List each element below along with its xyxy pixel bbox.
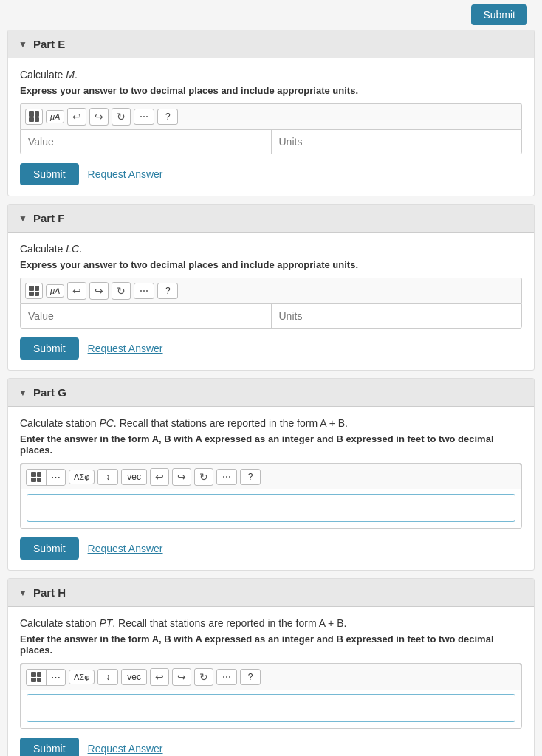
part-e-mu-btn[interactable]: μA: [46, 110, 64, 123]
part-g-section: ▼ Part G Calculate station PC. Recall th…: [7, 378, 535, 571]
part-g-sigma-btn[interactable]: ΑΣφ: [69, 470, 95, 484]
part-g-matrix-btn[interactable]: [27, 470, 47, 485]
part-e-submit-btn[interactable]: Submit: [20, 163, 79, 185]
part-g-vec-btn[interactable]: vec: [121, 469, 147, 485]
part-f-units-input[interactable]: [272, 304, 522, 328]
part-e-toolbar: μA ↩ ↪ ↻ ⋯ ?: [20, 103, 522, 129]
part-f-calc-label: Calculate LC.: [20, 243, 522, 255]
part-e-value-input[interactable]: [21, 130, 272, 154]
part-h-body: Calculate station PT. Recall that statio…: [8, 607, 534, 756]
part-g-title: Part G: [33, 386, 66, 399]
part-f-grid-btn[interactable]: [25, 283, 43, 299]
part-g-redo-btn[interactable]: ↪: [172, 468, 191, 486]
part-h-section: ▼ Part H Calculate station PT. Recall th…: [7, 578, 535, 756]
part-f-help-btn[interactable]: ?: [157, 283, 178, 299]
part-f-instruction: Express your answer to two decimal place…: [20, 259, 522, 270]
part-h-fraction-btn[interactable]: ⋯: [47, 670, 65, 685]
part-e-title: Part E: [33, 38, 65, 50]
part-g-input-wrapper: [21, 489, 521, 528]
part-g-undo-btn[interactable]: ↩: [150, 468, 169, 486]
part-h-request-link[interactable]: Request Answer: [88, 743, 163, 755]
part-h-redo-btn[interactable]: ↪: [172, 668, 191, 686]
part-g-collapse-arrow[interactable]: ▼: [18, 388, 27, 398]
part-h-input-area: ⋯ ΑΣφ ↕ vec ↩ ↪ ↻ ⋯ ?: [20, 663, 522, 729]
part-h-calc-label: Calculate station PT. Recall that statio…: [20, 617, 522, 629]
part-h-instruction: Enter the answer in the form A, B with A…: [20, 633, 522, 656]
part-f-mu-btn[interactable]: μA: [46, 284, 64, 298]
part-f-undo-btn[interactable]: ↩: [67, 282, 86, 300]
part-h-updown-btn[interactable]: ↕: [97, 669, 118, 685]
part-g-matrix-group: ⋯: [26, 469, 66, 486]
part-f-refresh-btn[interactable]: ↻: [112, 282, 131, 300]
part-f-redo-btn[interactable]: ↪: [89, 282, 109, 300]
part-f-collapse-arrow[interactable]: ▼: [18, 213, 27, 224]
part-h-refresh-btn[interactable]: ↻: [194, 668, 213, 686]
part-h-toolbar: ⋯ ΑΣφ ↕ vec ↩ ↪ ↻ ⋯ ?: [21, 664, 521, 690]
part-e-request-link[interactable]: Request Answer: [88, 168, 163, 180]
part-g-request-link[interactable]: Request Answer: [88, 543, 163, 554]
part-h-submit-btn[interactable]: Submit: [20, 738, 79, 756]
part-e-units-input[interactable]: [272, 130, 522, 154]
part-h-sigma-btn[interactable]: ΑΣφ: [69, 670, 95, 684]
part-g-action-row: Submit Request Answer: [20, 537, 522, 560]
part-h-action-row: Submit Request Answer: [20, 738, 522, 756]
part-f-keyboard-btn[interactable]: ⋯: [134, 283, 154, 299]
part-g-body: Calculate station PC. Recall that statio…: [8, 407, 534, 570]
part-e-help-btn[interactable]: ?: [157, 109, 178, 125]
grid-icon: [29, 111, 39, 122]
part-g-calc-label: Calculate station PC. Recall that statio…: [20, 417, 522, 429]
part-e-refresh-btn[interactable]: ↻: [112, 108, 131, 126]
grid-icon-h: [31, 672, 41, 682]
part-h-header: ▼ Part H: [8, 579, 534, 607]
part-f-header: ▼ Part F: [8, 205, 534, 233]
part-g-keyboard-btn[interactable]: ⋯: [216, 469, 237, 485]
part-h-matrix-btn[interactable]: [27, 670, 47, 685]
part-g-var: PC: [99, 417, 113, 429]
part-f-toolbar: μA ↩ ↪ ↻ ⋯ ?: [20, 278, 522, 303]
part-g-answer-input[interactable]: [27, 494, 515, 522]
part-g-refresh-btn[interactable]: ↻: [194, 468, 213, 486]
part-f-var: LC: [66, 243, 79, 255]
part-g-submit-btn[interactable]: Submit: [20, 537, 79, 560]
part-e-header: ▼ Part E: [8, 30, 534, 58]
page-wrapper: Submit ▼ Part E Calculate M. Express you…: [0, 0, 542, 756]
part-g-toolbar: ⋯ ΑΣφ ↕ vec ↩ ↪ ↻ ⋯ ?: [21, 464, 521, 489]
part-f-title: Part F: [33, 212, 65, 224]
part-f-action-row: Submit Request Answer: [20, 337, 522, 360]
part-g-updown-btn[interactable]: ↕: [97, 469, 118, 485]
part-e-keyboard-btn[interactable]: ⋯: [134, 109, 154, 125]
part-f-submit-btn[interactable]: Submit: [20, 337, 79, 360]
part-g-help-btn[interactable]: ?: [240, 469, 261, 485]
part-f-body: Calculate LC. Express your answer to two…: [8, 233, 534, 370]
part-f-request-link[interactable]: Request Answer: [88, 343, 163, 354]
part-h-vec-btn[interactable]: vec: [121, 669, 147, 685]
part-e-redo-btn[interactable]: ↪: [89, 108, 109, 126]
grid-icon-g: [31, 472, 41, 482]
part-e-input-row: [20, 129, 522, 154]
submit-top-button[interactable]: Submit: [471, 4, 527, 25]
part-g-fraction-btn[interactable]: ⋯: [47, 470, 65, 485]
part-h-matrix-group: ⋯: [26, 669, 66, 686]
part-e-undo-btn[interactable]: ↩: [67, 108, 86, 126]
part-f-input-row: [20, 303, 522, 329]
part-h-var: PT: [99, 617, 112, 629]
part-e-section: ▼ Part E Calculate M. Express your answe…: [7, 30, 535, 196]
part-e-grid-btn[interactable]: [25, 109, 43, 125]
part-h-keyboard-btn[interactable]: ⋯: [216, 669, 237, 685]
part-h-title: Part H: [33, 586, 66, 599]
part-e-calc-label: Calculate M.: [20, 69, 522, 80]
part-g-header: ▼ Part G: [8, 379, 534, 407]
part-h-collapse-arrow[interactable]: ▼: [18, 588, 27, 598]
part-e-action-row: Submit Request Answer: [20, 163, 522, 185]
part-e-body: Calculate M. Express your answer to two …: [8, 58, 534, 196]
part-h-undo-btn[interactable]: ↩: [150, 668, 169, 686]
part-f-section: ▼ Part F Calculate LC. Express your answ…: [7, 204, 535, 371]
part-f-value-input[interactable]: [21, 304, 272, 328]
part-e-var: M: [66, 69, 75, 80]
part-e-collapse-arrow[interactable]: ▼: [18, 39, 27, 49]
grid-icon-f: [29, 286, 39, 296]
part-h-input-wrapper: [21, 690, 521, 728]
part-h-help-btn[interactable]: ?: [240, 669, 261, 685]
part-g-input-area: ⋯ ΑΣφ ↕ vec ↩ ↪ ↻ ⋯ ?: [20, 463, 522, 529]
part-h-answer-input[interactable]: [27, 694, 515, 722]
